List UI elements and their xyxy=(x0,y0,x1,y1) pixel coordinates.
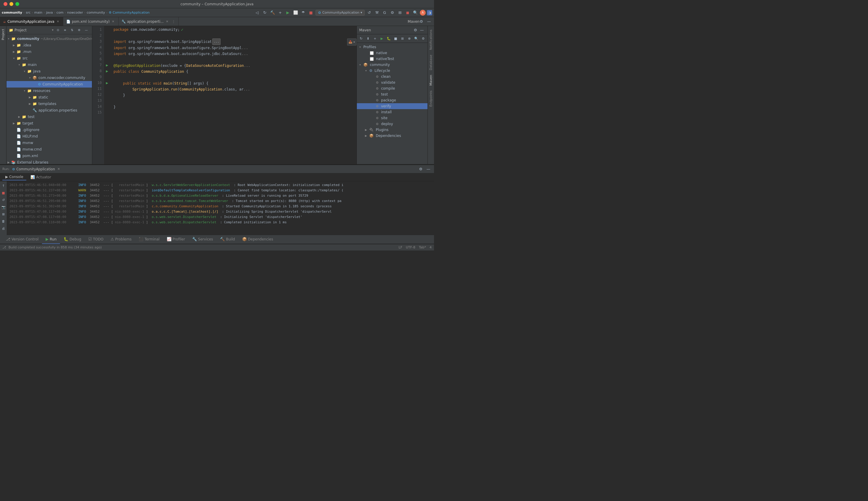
maven-settings-icon[interactable]: ⚙ xyxy=(412,27,419,33)
tree-item-mvn[interactable]: ▶ 📁 .mvn xyxy=(7,49,92,55)
console-tab-actuator[interactable]: 📊 Actuator xyxy=(28,174,54,180)
minimize-button[interactable] xyxy=(10,2,13,6)
maximize-button[interactable] xyxy=(15,2,19,6)
tree-item-package[interactable]: ▾ 📦 com.nowcoder.community xyxy=(7,75,92,81)
run-config-tab[interactable]: ⚙ CommunityApplication xyxy=(12,167,55,171)
native-checkbox[interactable] xyxy=(370,51,374,55)
run-arrow-7[interactable]: ▶ xyxy=(106,64,108,67)
tree-item-target[interactable]: ▶ 📁 target xyxy=(7,120,92,127)
run-arrow-10[interactable]: ▶ xyxy=(106,81,108,85)
refresh-icon[interactable]: ↻ xyxy=(262,10,268,16)
maven-stop-icon[interactable]: ■ xyxy=(392,35,399,42)
maven-site[interactable]: ⚙ site xyxy=(357,115,427,121)
console-stop-icon[interactable]: ■ xyxy=(0,190,7,196)
tree-item-mvnw[interactable]: ▶ 📄 mvnw xyxy=(7,140,92,146)
gradle-icon[interactable]: G xyxy=(381,10,388,16)
minimize-panel[interactable]: — xyxy=(426,18,432,25)
code-editor[interactable]: package com.nowcoder.community; ✓ import… xyxy=(110,26,357,164)
maven-native-test[interactable]: nativeTest xyxy=(357,56,427,62)
window-icon[interactable]: ⬜ xyxy=(292,10,299,16)
coverage-icon[interactable]: ☂ xyxy=(300,10,306,16)
breadcrumb-community[interactable]: community xyxy=(2,11,22,14)
tree-item-test[interactable]: ▶ 📁 test xyxy=(7,114,92,120)
rerun-icon[interactable]: ↺ xyxy=(366,10,372,16)
maven-dependencies[interactable]: ▶ 📦 Dependencies xyxy=(357,133,427,139)
bottom-tab-todo[interactable]: ☑ TODO xyxy=(85,235,107,244)
maven-community[interactable]: ▾ 📦 community xyxy=(357,62,427,68)
indent[interactable]: Tab* xyxy=(419,245,426,249)
bottom-tab-services[interactable]: 🔧 Services xyxy=(188,235,217,244)
database-tab[interactable]: Database xyxy=(428,52,434,73)
line-ending[interactable]: LF xyxy=(399,245,402,249)
maven-reload-icon[interactable]: ↻ xyxy=(358,35,364,42)
maven-settings2-icon[interactable]: ⚙ xyxy=(420,35,426,42)
bottom-tab-dependencies[interactable]: 📦 Dependencies xyxy=(239,235,277,244)
maven-download-icon[interactable]: ⬇ xyxy=(365,35,371,42)
tree-item-gitignore[interactable]: ▶ 📄 .gitignore xyxy=(7,127,92,133)
stop-icon[interactable]: ■ xyxy=(308,10,314,16)
maven-compile[interactable]: ⚙ compile xyxy=(357,85,427,92)
project-tab[interactable]: Project xyxy=(0,26,6,43)
theme-icon[interactable]: ◑ xyxy=(427,10,432,15)
tree-item-idea[interactable]: ▶ 📁 .idea xyxy=(7,42,92,49)
expand-icon[interactable]: ⊞ xyxy=(397,10,403,16)
tab-close-community[interactable]: ✕ xyxy=(56,20,60,24)
breadcrumb-nowcoder[interactable]: nowcoder xyxy=(67,11,83,14)
console-up-icon[interactable]: ↑ xyxy=(0,182,7,189)
avatar[interactable]: A xyxy=(420,10,426,16)
breadcrumb-main[interactable]: main xyxy=(34,11,42,14)
maven-install[interactable]: ⚙ install xyxy=(357,109,427,115)
maven-validate[interactable]: ⚙ validate xyxy=(357,79,427,85)
maven-side-tab[interactable]: Maven xyxy=(428,73,434,88)
bottom-tab-debug[interactable]: 🐛 Debug xyxy=(60,235,85,244)
tab-close-props[interactable]: ✕ xyxy=(165,20,169,24)
run-settings-icon[interactable]: ⚙ xyxy=(417,166,424,172)
bottom-tab-profiler[interactable]: 📈 Profiler xyxy=(163,235,188,244)
sidebar-close-icon[interactable]: — xyxy=(83,27,89,33)
endpoints-tab[interactable]: Endpoints xyxy=(428,88,434,109)
maven-test[interactable]: ⚙ test xyxy=(357,92,427,97)
run-minimize-icon[interactable]: — xyxy=(425,166,432,172)
tree-item-java-folder[interactable]: ▾ 📁 java xyxy=(7,68,92,75)
breadcrumb-class[interactable]: ⚙ CommunityApplication xyxy=(109,11,150,14)
tree-item-src[interactable]: ▾ 📁 src xyxy=(7,55,92,62)
build2-icon[interactable]: ⚒ xyxy=(374,10,380,16)
maven-profiles[interactable]: ▾ Profiles xyxy=(357,44,427,50)
console-print-icon[interactable]: 🖨 xyxy=(0,225,7,232)
maven-run-icon[interactable]: ▶ xyxy=(379,35,385,42)
tree-item-pom-xml[interactable]: ▶ 📄 pom.xml xyxy=(7,153,92,159)
maven-plugins[interactable]: ▶ 🔌 Plugins xyxy=(357,127,427,133)
collapse-icon[interactable]: ≡ xyxy=(62,27,68,33)
maven-toggle-icon[interactable]: ⊞ xyxy=(399,35,405,42)
tree-item-mvnw-cmd[interactable]: ▶ 📄 mvnw.cmd xyxy=(7,146,92,153)
maven-skip-tests-icon[interactable]: ⊗ xyxy=(406,35,412,42)
tree-item-ext-libs[interactable]: ▶ 📚 External Libraries xyxy=(7,159,92,164)
search-icon[interactable]: 🔍 xyxy=(412,10,419,16)
sort-icon[interactable]: ⇅ xyxy=(69,27,75,33)
tree-item-templates[interactable]: ▶ 📁 templates xyxy=(7,100,92,107)
bottom-tab-problems[interactable]: ⚠ Problems xyxy=(107,235,135,244)
console-table-icon[interactable]: ⊞ xyxy=(0,211,7,217)
bottom-tab-build[interactable]: 🔨 Build xyxy=(216,235,238,244)
run-arrow-8[interactable]: ▶ xyxy=(106,70,108,73)
add-icon[interactable]: + xyxy=(277,10,283,16)
close-button[interactable] xyxy=(3,2,7,6)
encoding[interactable]: UTF-8 xyxy=(406,245,415,249)
indent-size[interactable]: 4 xyxy=(430,245,432,249)
maven-package[interactable]: ⚙ package xyxy=(357,97,427,103)
folded-imports[interactable]: 📥 ✕ xyxy=(347,39,357,45)
notifications-tab[interactable]: Notifications xyxy=(428,27,434,52)
console-clear-icon[interactable]: 🗑 xyxy=(0,218,7,224)
maven-add-icon[interactable]: + xyxy=(372,35,378,42)
tab-application-props[interactable]: 🔧 application.properti... ✕ ⋮ xyxy=(119,17,178,26)
tab-more-icon[interactable]: ⋮ xyxy=(172,20,175,24)
back-icon[interactable]: ◁ xyxy=(254,10,260,16)
tab-pom[interactable]: 📄 pom.xml (community) ✕ xyxy=(63,17,119,26)
bottom-tab-terminal[interactable]: ⬛ Terminal xyxy=(135,235,163,244)
tree-item-static[interactable]: ▶ 📁 static xyxy=(7,94,92,100)
breadcrumb-community2[interactable]: community xyxy=(87,11,105,14)
maven-search-icon[interactable]: 🔍 xyxy=(413,35,419,42)
maven-deploy[interactable]: ⚙ deploy xyxy=(357,121,427,127)
maven-native[interactable]: native xyxy=(357,50,427,56)
maven-verify[interactable]: ⚙ verify xyxy=(357,103,427,109)
